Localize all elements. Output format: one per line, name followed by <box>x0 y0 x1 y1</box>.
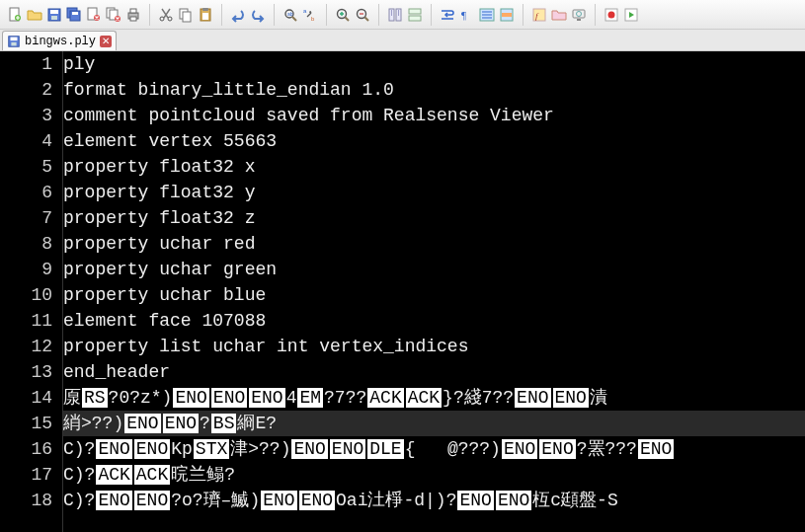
code-line[interactable]: property list uchar int vertex_indices <box>63 334 805 359</box>
line-number: 10 <box>0 282 52 308</box>
control-char: ACK <box>134 465 170 485</box>
code-line[interactable]: comment pointcloud saved from Realsense … <box>63 103 805 128</box>
line-number: 16 <box>0 436 52 462</box>
undo-icon[interactable] <box>228 5 248 25</box>
toolbar-group-find: ab ab <box>279 5 322 25</box>
redo-icon[interactable] <box>248 5 268 25</box>
editor[interactable]: 123456789101112131415161718 plyformat bi… <box>0 51 805 532</box>
replace-icon[interactable]: ab <box>300 5 320 25</box>
code-line[interactable]: 綃>??)ENOENO?BS綗E? <box>63 411 805 436</box>
control-char: ENO <box>173 388 208 408</box>
toolbar-group-zoom <box>331 5 374 25</box>
copy-icon[interactable] <box>176 5 196 25</box>
zoom-in-icon[interactable] <box>333 5 353 25</box>
code-line[interactable]: element face 107088 <box>63 308 805 334</box>
line-number: 11 <box>0 308 52 334</box>
code-line[interactable]: property float32 x <box>63 154 805 180</box>
control-char: ENO <box>261 491 296 510</box>
control-char: ACK <box>367 388 403 408</box>
code-line[interactable]: property uchar blue <box>63 282 805 308</box>
line-number: 8 <box>0 231 52 257</box>
paste-icon[interactable] <box>196 5 215 25</box>
line-number: 5 <box>0 154 52 180</box>
code-line[interactable]: property uchar green <box>63 257 805 282</box>
sync-v-icon[interactable] <box>385 5 405 25</box>
svg-rect-4 <box>51 16 57 20</box>
code-line[interactable]: end_header <box>63 359 805 385</box>
toolbar-group-sync <box>383 5 427 25</box>
code-line[interactable]: 厡RS?0?z*)ENOENOENO4EM?7??ACKACK}?綫7??ENO… <box>63 385 805 411</box>
svg-rect-21 <box>202 8 208 11</box>
cut-icon[interactable] <box>156 5 176 25</box>
close-all-icon[interactable] <box>104 5 123 25</box>
tab-close-icon[interactable]: ✕ <box>100 36 112 47</box>
code-line[interactable]: element vertex 55663 <box>63 128 805 154</box>
toolbar-separator <box>274 4 275 26</box>
svg-rect-7 <box>72 12 78 15</box>
record-icon[interactable] <box>602 5 621 25</box>
line-number-gutter: 123456789101112131415161718 <box>0 51 63 532</box>
control-char: ENO <box>134 491 170 510</box>
line-number: 9 <box>0 257 52 282</box>
code-line[interactable]: C)?ENOENO?o?璾–鰄)ENOENOOai汢棦-d|)?ENOENO枑c… <box>63 488 805 513</box>
svg-line-31 <box>365 17 369 21</box>
save-icon[interactable] <box>44 5 64 25</box>
svg-rect-49 <box>11 37 18 40</box>
line-number: 12 <box>0 334 52 359</box>
line-number: 18 <box>0 488 52 513</box>
file-tab[interactable]: bingws.ply ✕ <box>2 31 117 50</box>
svg-rect-3 <box>50 10 58 14</box>
svg-rect-22 <box>202 13 208 20</box>
code-line[interactable]: property float32 y <box>63 180 805 205</box>
toolbar-group-file <box>3 5 145 25</box>
code-line[interactable]: C)?ENOENOKpSTX津>??)ENOENODLE{ @???)ENOEN… <box>63 436 805 462</box>
func-list-icon[interactable]: f <box>529 5 549 25</box>
svg-rect-19 <box>183 12 191 22</box>
save-all-icon[interactable] <box>64 5 84 25</box>
control-char: ENO <box>502 439 537 459</box>
code-area[interactable]: plyformat binary_little_endian 1.0commen… <box>63 51 805 532</box>
toolbar-separator <box>431 4 432 26</box>
code-line[interactable]: C)?ACKACK晥兰鳎? <box>63 462 805 488</box>
control-char: ENO <box>457 491 493 510</box>
code-line[interactable]: property uchar red <box>63 231 805 257</box>
play-icon[interactable] <box>621 5 641 25</box>
control-char: ENO <box>96 439 131 459</box>
monitor-icon[interactable] <box>569 5 589 25</box>
svg-rect-14 <box>130 9 136 13</box>
control-char: ENO <box>134 439 170 459</box>
line-number: 2 <box>0 77 52 103</box>
svg-rect-15 <box>130 17 136 21</box>
show-all-icon[interactable]: ¶ <box>457 5 477 25</box>
open-file-icon[interactable] <box>25 5 44 25</box>
control-char: DLE <box>367 439 403 459</box>
line-number: 14 <box>0 385 52 411</box>
print-icon[interactable] <box>123 5 143 25</box>
control-char: ENO <box>496 491 531 510</box>
indent-guide-icon[interactable] <box>477 5 497 25</box>
control-char: ENO <box>124 414 160 433</box>
control-char: STX <box>194 439 229 459</box>
tab-bar: bingws.ply ✕ <box>0 30 805 51</box>
code-line[interactable]: property float32 z <box>63 205 805 231</box>
toolbar-separator <box>326 4 327 26</box>
svg-rect-34 <box>409 9 421 14</box>
close-icon[interactable] <box>84 5 104 25</box>
folder-icon[interactable] <box>549 5 569 25</box>
wrap-icon[interactable] <box>438 5 457 25</box>
line-number: 4 <box>0 128 52 154</box>
control-char: ENO <box>299 491 335 510</box>
highlight-icon[interactable] <box>497 5 517 25</box>
zoom-out-icon[interactable] <box>353 5 372 25</box>
toolbar-separator <box>595 4 596 26</box>
code-line[interactable]: ply <box>63 51 805 77</box>
svg-rect-35 <box>409 16 421 21</box>
svg-rect-50 <box>11 41 16 45</box>
svg-point-46 <box>608 11 615 18</box>
new-file-icon[interactable] <box>5 5 25 25</box>
code-line[interactable]: format binary_little_endian 1.0 <box>63 77 805 103</box>
control-char: ENO <box>539 439 575 459</box>
find-icon[interactable]: ab <box>281 5 300 25</box>
toolbar-group-macro <box>600 5 643 25</box>
sync-h-icon[interactable] <box>405 5 425 25</box>
